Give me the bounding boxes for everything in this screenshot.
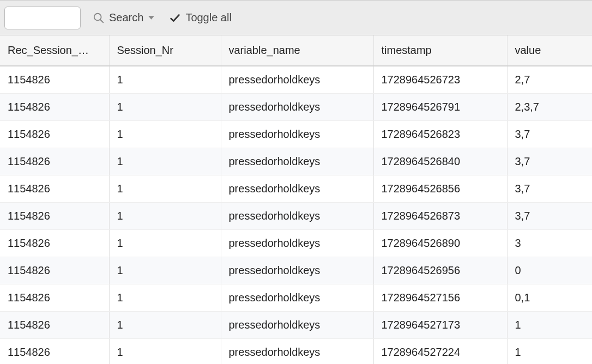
cell-session-nr: 1 — [109, 311, 221, 338]
table-row[interactable]: 11548261pressedorholdkeys17289645272241 — [0, 338, 592, 364]
cell-session-nr: 1 — [109, 120, 221, 148]
cell-variable-name: pressedorholdkeys — [221, 202, 373, 229]
cell-rec-session: 1154826 — [0, 311, 109, 338]
cell-session-nr: 1 — [109, 284, 221, 311]
cell-rec-session: 1154826 — [0, 66, 109, 93]
cell-variable-name: pressedorholdkeys — [221, 175, 373, 202]
column-header-value[interactable]: value — [507, 35, 592, 66]
table-scroll[interactable]: Rec_Session_… Session_Nr variable_name t… — [0, 35, 592, 364]
cell-session-nr: 1 — [109, 66, 221, 93]
data-table: Rec_Session_… Session_Nr variable_name t… — [0, 35, 592, 364]
column-header-variable-name[interactable]: variable_name — [221, 35, 373, 66]
table-header-row: Rec_Session_… Session_Nr variable_name t… — [0, 35, 592, 66]
cell-rec-session: 1154826 — [0, 120, 109, 148]
cell-rec-session: 1154826 — [0, 338, 109, 364]
table-row[interactable]: 11548261pressedorholdkeys17289645268403,… — [0, 148, 592, 175]
cell-rec-session: 1154826 — [0, 175, 109, 202]
cell-value: 0 — [507, 257, 592, 284]
cell-value: 3,7 — [507, 120, 592, 148]
cell-rec-session: 1154826 — [0, 257, 109, 284]
table-row[interactable]: 11548261pressedorholdkeys17289645268233,… — [0, 120, 592, 148]
table-row[interactable]: 11548261pressedorholdkeys17289645268563,… — [0, 175, 592, 202]
cell-value: 0,1 — [507, 284, 592, 311]
cell-rec-session: 1154826 — [0, 148, 109, 175]
cell-rec-session: 1154826 — [0, 93, 109, 120]
cell-value: 3 — [507, 229, 592, 257]
cell-session-nr: 1 — [109, 93, 221, 120]
svg-line-1 — [100, 19, 104, 22]
table-row[interactable]: 11548261pressedorholdkeys17289645271560,… — [0, 284, 592, 311]
cell-variable-name: pressedorholdkeys — [221, 338, 373, 364]
cell-timestamp: 1728964527156 — [373, 284, 507, 311]
cell-rec-session: 1154826 — [0, 202, 109, 229]
cell-session-nr: 1 — [109, 257, 221, 284]
cell-rec-session: 1154826 — [0, 284, 109, 311]
cell-session-nr: 1 — [109, 202, 221, 229]
cell-value: 3,7 — [507, 148, 592, 175]
cell-timestamp: 1728964526791 — [373, 93, 507, 120]
cell-rec-session: 1154826 — [0, 229, 109, 257]
cell-variable-name: pressedorholdkeys — [221, 66, 373, 93]
cell-timestamp: 1728964527224 — [373, 338, 507, 364]
cell-timestamp: 1728964526890 — [373, 229, 507, 257]
column-header-session-nr[interactable]: Session_Nr — [109, 35, 221, 66]
search-input[interactable] — [4, 7, 81, 29]
check-icon — [169, 12, 181, 24]
cell-variable-name: pressedorholdkeys — [221, 284, 373, 311]
table-row[interactable]: 11548261pressedorholdkeys17289645268903 — [0, 229, 592, 257]
table-row[interactable]: 11548261pressedorholdkeys17289645269560 — [0, 257, 592, 284]
cell-variable-name: pressedorholdkeys — [221, 120, 373, 148]
cell-value: 1 — [507, 338, 592, 364]
cell-variable-name: pressedorholdkeys — [221, 311, 373, 338]
cell-variable-name: pressedorholdkeys — [221, 93, 373, 120]
toggle-all-label: Toggle all — [185, 11, 232, 24]
table-row[interactable]: 11548261pressedorholdkeys17289645271731 — [0, 311, 592, 338]
cell-timestamp: 1728964527173 — [373, 311, 507, 338]
cell-timestamp: 1728964526856 — [373, 175, 507, 202]
column-header-timestamp[interactable]: timestamp — [373, 35, 507, 66]
cell-timestamp: 1728964526723 — [373, 66, 507, 93]
cell-session-nr: 1 — [109, 338, 221, 364]
cell-variable-name: pressedorholdkeys — [221, 148, 373, 175]
toggle-all-button[interactable]: Toggle all — [167, 8, 234, 27]
toolbar: Search Toggle all — [0, 0, 592, 35]
cell-timestamp: 1728964526840 — [373, 148, 507, 175]
table-row[interactable]: 11548261pressedorholdkeys17289645268733,… — [0, 202, 592, 229]
cell-timestamp: 1728964526823 — [373, 120, 507, 148]
search-button-label: Search — [109, 11, 143, 24]
cell-timestamp: 1728964526956 — [373, 257, 507, 284]
cell-value: 3,7 — [507, 175, 592, 202]
search-icon — [93, 12, 105, 24]
cell-variable-name: pressedorholdkeys — [221, 229, 373, 257]
cell-session-nr: 1 — [109, 175, 221, 202]
search-button[interactable]: Search — [90, 8, 157, 27]
cell-session-nr: 1 — [109, 148, 221, 175]
table-row[interactable]: 11548261pressedorholdkeys17289645267232,… — [0, 66, 592, 93]
cell-variable-name: pressedorholdkeys — [221, 257, 373, 284]
cell-value: 1 — [507, 311, 592, 338]
cell-value: 2,7 — [507, 66, 592, 93]
table-row[interactable]: 11548261pressedorholdkeys17289645267912,… — [0, 93, 592, 120]
column-header-rec-session[interactable]: Rec_Session_… — [0, 35, 109, 66]
cell-timestamp: 1728964526873 — [373, 202, 507, 229]
cell-session-nr: 1 — [109, 229, 221, 257]
cell-value: 3,7 — [507, 202, 592, 229]
cell-value: 2,3,7 — [507, 93, 592, 120]
chevron-down-icon — [148, 14, 155, 21]
